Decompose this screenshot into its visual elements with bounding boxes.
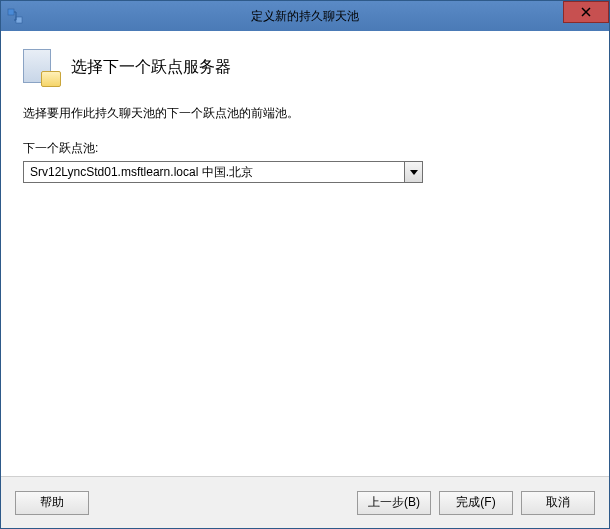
window-title: 定义新的持久聊天池 [1,8,609,25]
dropdown-arrow [404,162,422,182]
footer-bar: 帮助 上一步(B) 完成(F) 取消 [1,476,609,528]
dropdown-selected-value: Srv12LyncStd01.msftlearn.local 中国.北京 [24,164,404,181]
close-icon [581,7,591,17]
content-area: 选择下一个跃点服务器 选择要用作此持久聊天池的下一个跃点池的前端池。 下一个跃点… [1,31,609,476]
svg-rect-0 [8,9,14,15]
finish-button[interactable]: 完成(F) [439,491,513,515]
back-button[interactable]: 上一步(B) [357,491,431,515]
cancel-button[interactable]: 取消 [521,491,595,515]
next-hop-pool-dropdown[interactable]: Srv12LyncStd01.msftlearn.local 中国.北京 [23,161,423,183]
close-button[interactable] [563,1,609,23]
page-icon [23,49,59,85]
dropdown-label: 下一个跃点池: [23,140,587,157]
wizard-window: 定义新的持久聊天池 选择下一个跃点服务器 选择要用作此持久聊天池的下一个跃点池的… [0,0,610,529]
page-title: 选择下一个跃点服务器 [71,57,231,78]
help-button[interactable]: 帮助 [15,491,89,515]
description-text: 选择要用作此持久聊天池的下一个跃点池的前端池。 [23,105,587,122]
page-header: 选择下一个跃点服务器 [23,49,587,85]
chevron-down-icon [410,170,418,175]
titlebar: 定义新的持久聊天池 [1,1,609,31]
app-icon [7,8,23,24]
svg-rect-1 [16,17,22,23]
